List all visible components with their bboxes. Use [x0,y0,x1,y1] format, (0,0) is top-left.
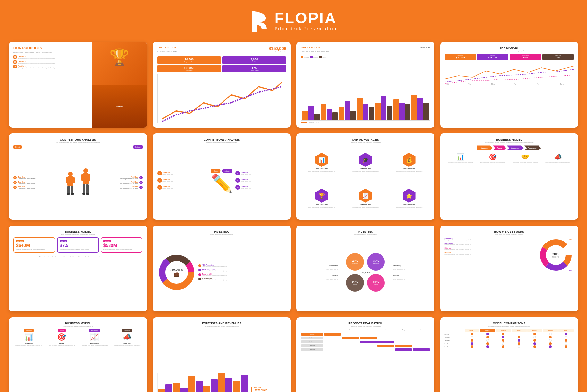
slide-6-center: Direct Indirect ✏️ [211,169,233,192]
comp-right: Text HereLorem ipsum dolor sit amet01 Te… [93,176,143,189]
pencil-icon: ✏️ [211,175,233,192]
stat-2-label: Active Users [224,61,284,63]
funds-labels: ProductionLorem ipsum dolor sit amet con… [445,237,536,307]
exp-bars [157,373,249,392]
slides-grid: OUR PRODUCTS Lorem ipsum dolor sit amet … [0,38,587,392]
arrow-direct: Direct [211,169,221,173]
bm13-icon-2: 🎯 [57,333,66,341]
slide-1-right-label: Text Here [116,105,123,107]
slide-2-top: THR TRACTION Lorem ipsum dolor sit amet … [157,46,286,55]
bm-icon-1: 📊 [456,153,464,161]
bm13-icon-3: 📈 [90,333,99,341]
slide-1-left: OUR PRODUCTS Lorem ipsum dolor sit amet … [9,42,92,128]
stat-3-num: 167,850 [159,66,219,70]
flower-right-labels: Advertising Lorem ipsum dolor sit Reserv… [393,265,405,280]
item-1-desc: Lorem ipsum dolor sit amet consectetur a… [18,57,55,59]
svg-rect-20 [82,193,85,195]
slide-expenses-revenues: EXPENSES AND REVENUES Text is placeholde… [153,317,291,392]
metric-1: Current Mo $ 72124 [445,54,476,60]
market-metrics: Current Mo $ 72124 Last Month $ 55789 Cu… [445,54,574,60]
slide-4-subtitle: Lorem ipsum dolor sit amet consectetur a… [445,50,574,52]
svg-text:Nov: Nov [445,83,449,85]
arrow-indirect: Indirect [222,169,232,173]
slide-14-subtitle: Text is placeholder with fake idea two c… [157,326,286,327]
slide-12-title: HOW WE USE FUNDS [445,230,574,233]
bm-icon-2: 🎯 [489,153,497,161]
figure-man-2 [80,168,92,197]
slide-16-subtitle: Text is placeholder with fake idea two c… [445,326,574,327]
funds-donut: 2019 FUNDING 13% 25% [538,237,574,273]
slide-1-title: OUR PRODUCTS [13,46,87,50]
donut-center: 750,000 $ 💼 [170,268,183,277]
slide-investing-1: INVESTING Lorem ipsum dolor sit amet con… [153,226,291,311]
comp-figures [64,168,92,197]
project-label-empty [301,329,323,331]
comp-body: 01Text HereLorem ipsum dolor sit amet 02… [13,150,143,215]
tag-indirect: Indirect [133,145,142,149]
slide-2-big-label: Revenue Generated [269,51,286,53]
svg-rect-17 [88,174,90,181]
bm-arrow-assessment: Assessment [507,145,524,150]
slide-competitors-2: COMPETITORS ANALYSIS Lorem ipsum dolor s… [153,133,291,219]
bm-icon-3: 🤝 [521,153,529,161]
brand-name: FLOPIA [275,11,337,26]
stat-2: 3,650 Active Users [222,56,286,64]
svg-point-6 [68,172,73,176]
slide-6-body: 01Text HereLorem ipsum dolor 02Text Here… [157,145,286,215]
trophy-icon: 🏆 [110,48,129,67]
svg-point-14 [83,168,88,173]
best-year-box: Best Year Revenues [251,387,286,392]
traction-stats: 10,500 Registered Users 3,650 Active Use… [157,56,286,72]
slide-1-right: 🏆 Text Here [92,42,147,128]
tag-direct: Direct [13,145,22,149]
stat-4: 175 Content Posted [222,65,286,72]
item-2-desc: Lorem ipsum dolor sit amet consectetur a… [18,62,55,64]
svg-rect-21 [86,193,89,195]
donut-center-icon: 💼 [170,271,183,277]
item-3-desc: Lorem ipsum dolor sit amet consectetur a… [18,67,55,69]
exp-right: Best Year Revenues 2019Text Here 2017Tex… [251,387,286,392]
bm-card-3: Earnings $580M Praesent interdum id orci… [101,237,143,253]
investing-labels: 40% ProductionLorem ipsum dolor sit amet… [198,264,286,281]
hex-4: 🏆 [315,189,328,203]
slide-16-title: MODEL COMPARISONS [445,322,574,325]
slide-14-title: EXPENSES AND REVENUES [157,322,286,325]
header: FLOPIA Pitch deck Presentation [0,0,587,38]
bm-card-1: Net Sales $640M Praesent interdum id orc… [13,237,55,253]
slide-project-realization: PROJECT REALIZATION Lorem ipsum dolor si… [296,317,434,392]
slide-1-item-3: 03 Text Here Lorem ipsum dolor sit amet … [13,65,87,69]
stat-2-num: 3,650 [224,58,284,61]
bm13-grid: Marketing 📊 Marketing Lorem ipsum dolor … [13,329,143,392]
bm-icon-4: 📣 [554,153,562,161]
wave-chart: Nov Mar Thu Fri Fri Tue [445,63,574,123]
funds-layout: ProductionLorem ipsum dolor sit amet con… [445,237,574,307]
comp-header: Direct Indirect [13,145,143,149]
svg-text:Tue: Tue [560,83,564,85]
project-layout: Jan Feb Mar Apr May Jun Benefits Text He… [301,329,430,392]
svg-rect-10 [67,186,70,194]
slide-11-title: INVESTING [301,230,430,233]
logo-text: FLOPIA Pitch deck Presentation [275,11,337,31]
slide-7-subtitle: Lorem ipsum dolor sit amet consectetur a… [301,142,430,143]
bar-legend: Series 1 Series 2 Series 3 [301,56,430,58]
model-comp-table: Model 1 Model 2 Model 3 Model 4 Model 5 … [445,329,574,392]
slide-9-title: BUSINESS MODEL [13,230,143,233]
hex-6: ⭐ [403,189,416,203]
slide-1-item-1: 01 Text Here Lorem ipsum dolor sit amet … [13,55,87,59]
bm-card-2: Our Fee $7.5 Praesent interdum id orci v… [57,237,99,253]
slide-business-model-2: BUSINESS MODEL Text is placeholder with … [9,226,147,311]
metric-3: Current Month 75% [510,54,541,60]
slide-6-right: 01Text HereLorem ipsum dolor 02Text Here… [235,171,286,190]
slide-thr-traction-2: THR TRACTION Lorem ipsum dolor sit amet … [296,42,434,128]
donut-chart: 750,000 $ 💼 [157,253,196,292]
bm-content-grid: 📊Lorem ipsum dolor sit amet consectetur … [445,153,574,215]
stat-3: 167,850 Page Views [157,65,221,72]
svg-text:Fri: Fri [514,83,516,85]
flower-center-value: 750,000 $ [359,270,372,275]
hex-5: 📈 [359,189,372,203]
bm-arrow-marketing: Marketing [477,145,493,150]
slide-1-subtitle: Lorem ipsum dolor sit amet consectetur a… [13,51,87,54]
slide-4-title: THR MARKET [445,46,574,49]
stat-4-label: Content Posted [224,70,284,71]
bm13-icon-4: 📣 [123,333,131,341]
